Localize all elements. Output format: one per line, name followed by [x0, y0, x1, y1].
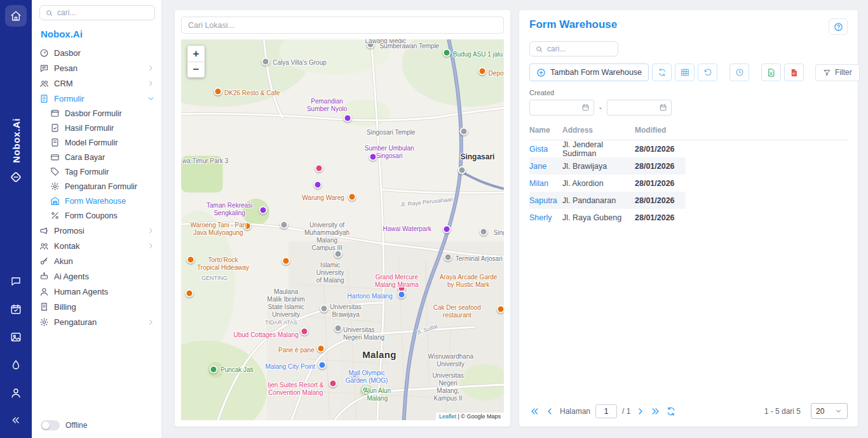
map-poi-marker[interactable] — [316, 345, 325, 353]
help-button[interactable] — [829, 18, 848, 35]
row-name-link[interactable]: Sherly — [529, 213, 562, 222]
map-poi-marker[interactable] — [301, 328, 309, 336]
map-poi-marker[interactable] — [314, 180, 322, 189]
map-poi-marker[interactable] — [478, 67, 486, 76]
offline-toggle[interactable] — [41, 420, 60, 430]
row-name-link[interactable]: Saputra — [529, 196, 562, 205]
map-poi-marker[interactable] — [280, 220, 288, 229]
sidebar-item-label: Form Warehouse — [65, 197, 155, 206]
map-poi-marker[interactable] — [187, 256, 195, 264]
sidebar-item-hasil-formulir[interactable]: Hasil Formulir — [39, 121, 155, 135]
table-view-button[interactable] — [675, 63, 695, 81]
date-from-input[interactable] — [534, 103, 578, 112]
sidebar-item-cara-bayar[interactable]: Cara Bayar — [39, 150, 155, 164]
sidebar-item-billing[interactable]: Billing — [39, 299, 155, 314]
map-canvas[interactable]: + − Lawang MedicSumberawan TempleBudug A… — [181, 39, 504, 420]
next-page-button[interactable] — [635, 406, 646, 416]
map-poi-marker[interactable] — [262, 57, 270, 65]
refresh-button[interactable] — [652, 63, 672, 81]
panel-search[interactable] — [529, 41, 618, 56]
sidebar-item-kontak[interactable]: Kontak — [39, 238, 155, 253]
sidebar-item-human-agents[interactable]: Human Agents — [39, 284, 155, 299]
panel-search-input[interactable] — [547, 44, 613, 53]
map-poi-marker[interactable] — [479, 228, 487, 236]
sidebar-item-crm[interactable]: CRM — [39, 76, 155, 91]
zoom-in-button[interactable]: + — [187, 46, 205, 62]
calendar-icon[interactable] — [659, 103, 667, 112]
clock-button[interactable] — [729, 63, 749, 81]
map-poi-marker[interactable] — [318, 361, 326, 369]
map-poi-marker[interactable] — [259, 206, 267, 215]
filter-button[interactable]: Filter — [815, 64, 860, 81]
row-name-link[interactable]: Jane — [529, 162, 562, 171]
map-search-input[interactable] — [181, 17, 504, 34]
sidebar-item-pengaturan[interactable]: Pengaturan — [39, 314, 155, 329]
date-to-input[interactable] — [611, 103, 656, 112]
map-poi-marker[interactable] — [398, 291, 406, 299]
map-poi-marker[interactable] — [334, 324, 342, 333]
leaflet-link[interactable]: Leaflet — [439, 413, 456, 420]
map-poi-marker[interactable] — [315, 164, 323, 172]
last-page-button[interactable] — [651, 406, 661, 416]
reload-list-button[interactable] — [666, 406, 676, 416]
column-header-address[interactable]: Address — [562, 126, 635, 135]
sidebar-item-formulir[interactable]: Formulir — [39, 91, 155, 106]
history-button[interactable] — [698, 63, 717, 81]
sidebar-item-model-formulir[interactable]: Model Formulir — [39, 135, 155, 150]
sidebar-search-input[interactable] — [57, 8, 149, 17]
previous-page-button[interactable] — [545, 406, 555, 416]
add-form-warehouse-button[interactable]: Tambah Form Warehouse — [529, 63, 649, 81]
zoom-out-button[interactable]: − — [187, 62, 205, 77]
map-poi-marker[interactable] — [343, 114, 351, 122]
map-poi-marker[interactable] — [443, 225, 451, 233]
calendar-icon[interactable] — [581, 103, 590, 112]
column-header-name[interactable]: Name — [529, 126, 562, 135]
map-poi-marker[interactable] — [443, 49, 451, 57]
row-name-link[interactable]: Milan — [529, 179, 562, 188]
map-poi-marker[interactable] — [282, 257, 290, 265]
sidebar-item-dasbor[interactable]: Dasbor — [39, 45, 155, 60]
export-excel-button[interactable] — [761, 63, 781, 81]
map-poi-marker[interactable] — [348, 192, 356, 201]
row-name-link[interactable]: Gista — [529, 145, 562, 154]
chat-icon[interactable] — [10, 275, 22, 287]
map-poi-marker[interactable] — [329, 380, 337, 388]
map-poi-marker[interactable] — [351, 369, 359, 378]
sidebar-item-akun[interactable]: Akun — [39, 253, 155, 269]
export-pdf-button[interactable] — [784, 63, 804, 81]
map-poi-marker[interactable] — [362, 386, 370, 394]
sidebar-search[interactable] — [39, 5, 155, 20]
map-poi-marker[interactable] — [366, 41, 374, 49]
map-poi-marker[interactable] — [185, 289, 193, 298]
first-page-button[interactable] — [529, 406, 539, 416]
collapse-sidebar-button[interactable] — [11, 415, 21, 428]
sidebar-item-form-warehouse[interactable]: Form Warehouse — [39, 194, 155, 208]
map-poi-marker[interactable] — [458, 166, 466, 175]
column-header-modified[interactable]: Modified — [635, 126, 686, 135]
map-poi-marker[interactable] — [369, 153, 377, 161]
sidebar-item-pesan[interactable]: Pesan — [39, 60, 155, 76]
map-poi-marker[interactable] — [334, 249, 342, 258]
map-poi-marker[interactable] — [210, 366, 218, 374]
sidebar-item-dasbor-formulir[interactable]: Dasbor Formulir — [39, 106, 155, 121]
sidebar-item-ai-agents[interactable]: Ai Agents — [39, 269, 155, 284]
sidebar-item-form-coupons[interactable]: Form Coupons — [39, 208, 155, 223]
calendar-check-icon[interactable] — [10, 303, 22, 315]
image-icon[interactable] — [10, 331, 22, 343]
map-poi-marker[interactable] — [496, 305, 504, 313]
sidebar-item-promosi[interactable]: Promosi — [39, 223, 155, 238]
map-poi-marker[interactable] — [214, 88, 222, 96]
map-poi-marker[interactable] — [243, 222, 252, 230]
map-poi-marker[interactable] — [320, 304, 329, 312]
sidebar-item-pengaturan-formulir[interactable]: Pengaturan Formulir — [39, 179, 155, 194]
home-button[interactable] — [5, 5, 27, 27]
map-poi-marker[interactable] — [444, 253, 452, 261]
drop-icon[interactable] — [10, 359, 22, 371]
user-icon[interactable] — [10, 387, 22, 399]
date-from-field[interactable] — [529, 100, 594, 116]
date-to-field[interactable] — [607, 100, 672, 116]
page-number-input[interactable] — [595, 404, 617, 418]
map-poi-marker[interactable] — [459, 127, 468, 135]
page-size-select[interactable]: 20 — [811, 403, 848, 419]
sidebar-item-tag-formulir[interactable]: Tag Formulir — [39, 164, 155, 179]
